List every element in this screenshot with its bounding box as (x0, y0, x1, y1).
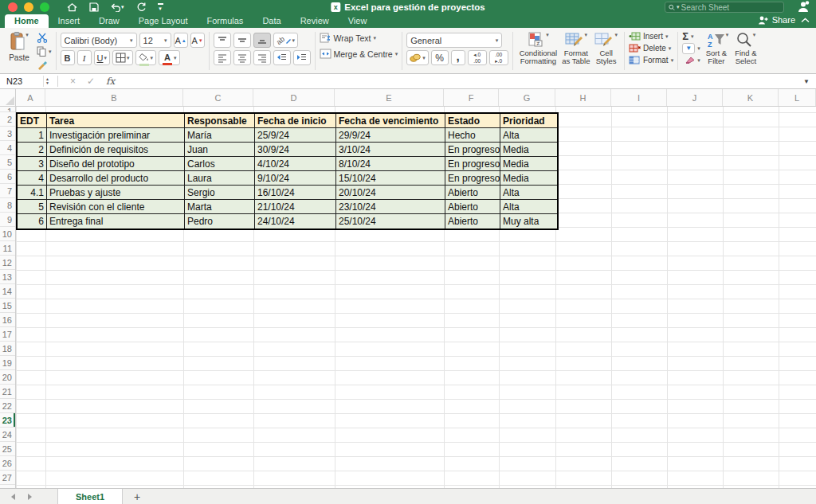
cell[interactable]: Media (500, 157, 557, 171)
cell[interactable]: Media (500, 171, 557, 186)
next-sheet-icon[interactable] (27, 493, 33, 501)
cell[interactable]: Muy alta (500, 214, 557, 229)
delete-dropdown-icon[interactable]: ▾ (669, 45, 672, 52)
font-name-select[interactable]: Calibri (Body)▾ (61, 33, 137, 48)
merge-centre-dropdown-icon[interactable]: ▾ (395, 51, 398, 57)
column-header-J[interactable]: J (667, 89, 723, 106)
save-icon[interactable] (89, 2, 99, 12)
row-header-17[interactable]: 17 (0, 327, 15, 342)
cell[interactable]: Pedro (185, 214, 255, 229)
cell[interactable]: Sergio (185, 186, 255, 200)
search-box[interactable]: ▾ (665, 2, 784, 13)
cell[interactable]: Responsable (185, 114, 255, 128)
row-header-8[interactable]: 8 (0, 198, 15, 213)
underline-dropdown-icon[interactable]: ▾ (104, 55, 107, 61)
cell[interactable]: 25/10/24 (336, 214, 445, 229)
cell[interactable]: Abierto (445, 214, 500, 229)
add-sheet-button[interactable]: + (123, 489, 151, 504)
row-header-22[interactable]: 22 (0, 399, 15, 413)
format-painter-button[interactable] (37, 59, 52, 71)
delete-cells-button[interactable]: Delete▾ (629, 42, 673, 54)
row-header-4[interactable]: 4 (0, 141, 15, 155)
cell[interactable]: En progreso (445, 157, 500, 171)
home-icon[interactable] (67, 2, 77, 12)
cell[interactable]: 21/10/24 (255, 200, 336, 214)
decrease-decimal-button[interactable]: .00 ▸.0 (489, 50, 508, 65)
column-header-F[interactable]: F (444, 89, 499, 106)
column-header-H[interactable]: H (555, 89, 611, 106)
align-top-button[interactable] (214, 33, 231, 48)
tab-review[interactable]: Review (291, 14, 339, 28)
font-color-button[interactable]: A▾ (159, 50, 180, 65)
cell[interactable]: Abierto (445, 186, 500, 200)
cell[interactable]: Desarrollo del producto (47, 171, 185, 186)
cell[interactable]: 16/10/24 (255, 186, 336, 200)
select-all-corner[interactable] (0, 89, 16, 106)
column-header-D[interactable]: D (253, 89, 335, 106)
clear-button[interactable]: ▾ (682, 54, 700, 66)
insert-dropdown-icon[interactable]: ▾ (665, 33, 669, 40)
cell[interactable]: 15/10/24 (336, 171, 445, 186)
account-icon[interactable] (797, 1, 810, 13)
align-bottom-button[interactable] (253, 33, 271, 48)
cell[interactable]: Hecho (445, 128, 500, 143)
cell[interactable]: Entrega final (47, 214, 185, 229)
undo-dropdown-icon[interactable]: ▾ (121, 4, 124, 10)
undo-button[interactable]: ▾ (111, 3, 124, 12)
column-header-G[interactable]: G (499, 89, 555, 106)
column-header-I[interactable]: I (611, 89, 667, 106)
cell[interactable]: Media (500, 143, 557, 157)
autosum-dropdown-icon[interactable]: ▾ (691, 33, 694, 40)
increase-decimal-button[interactable]: ◂.0 .00 (468, 50, 487, 65)
cell-styles-dropdown-icon[interactable]: ▾ (614, 32, 618, 38)
align-center-button[interactable] (233, 50, 251, 65)
row-header-13[interactable]: 13 (0, 270, 15, 284)
formula-bar-expand-icon[interactable]: ▼ (803, 78, 810, 85)
row-header-24[interactable]: 24 (0, 428, 15, 442)
row-header-12[interactable]: 12 (0, 256, 15, 270)
cell[interactable]: Estado (445, 114, 500, 128)
cell[interactable]: 1 (18, 128, 47, 143)
cell[interactable]: 3/10/24 (336, 143, 445, 157)
sort-filter-button[interactable]: AZ▾ Sort & Filter (702, 30, 732, 72)
tab-view[interactable]: View (339, 14, 377, 28)
cell[interactable]: Alta (500, 186, 557, 200)
cell[interactable]: Revisión con el cliente (47, 200, 185, 214)
cell[interactable]: María (185, 128, 255, 143)
row-header-10[interactable]: 10 (0, 227, 15, 241)
grow-font-button[interactable]: A▲ (174, 33, 188, 48)
conditional-formatting-dropdown-icon[interactable]: ▾ (546, 32, 549, 38)
tab-insert[interactable]: Insert (49, 14, 90, 28)
wrap-text-button[interactable]: Wrap Text ▾ (320, 33, 398, 43)
fill-color-dropdown-icon[interactable]: ▾ (151, 55, 154, 61)
cell[interactable]: 9/10/24 (255, 171, 336, 186)
row-header-15[interactable]: 15 (0, 299, 15, 313)
align-right-button[interactable] (253, 50, 271, 65)
find-select-dropdown-icon[interactable]: ▾ (753, 32, 756, 38)
conditional-formatting-button[interactable]: ≠▾ Conditional Formatting (517, 30, 560, 72)
row-header-16[interactable]: 16 (0, 313, 15, 327)
currency-button[interactable]: ▾ (406, 50, 429, 65)
font-color-dropdown-icon[interactable]: ▾ (174, 55, 177, 61)
number-format-select[interactable]: General▾ (406, 33, 502, 48)
tab-draw[interactable]: Draw (89, 14, 129, 28)
cell[interactable]: 20/10/24 (336, 186, 445, 200)
zoom-window-button[interactable] (40, 2, 49, 12)
orientation-dropdown-icon[interactable]: ▾ (292, 37, 296, 44)
redo-icon[interactable] (136, 2, 146, 12)
row-header-1[interactable]: 1 (0, 107, 15, 112)
row-header-2[interactable]: 2 (0, 112, 15, 127)
borders-button[interactable]: ▾ (112, 50, 133, 65)
column-header-C[interactable]: C (183, 89, 253, 106)
find-select-button[interactable]: ▾ Find & Select (732, 30, 759, 72)
fill-button[interactable]: ▼▾ (682, 42, 700, 54)
share-button[interactable]: Share (758, 15, 795, 25)
cell[interactable]: 30/9/24 (255, 143, 336, 157)
search-input[interactable] (681, 3, 780, 12)
cell[interactable]: Juan (185, 143, 255, 157)
cell[interactable]: 4.1 (18, 186, 47, 200)
cell[interactable]: Definición de requisitos (47, 143, 185, 157)
format-dropdown-icon[interactable]: ▾ (671, 57, 674, 64)
cell[interactable]: Fecha de vencimiento (336, 114, 445, 128)
fill-color-button[interactable]: ▾ (135, 50, 157, 65)
